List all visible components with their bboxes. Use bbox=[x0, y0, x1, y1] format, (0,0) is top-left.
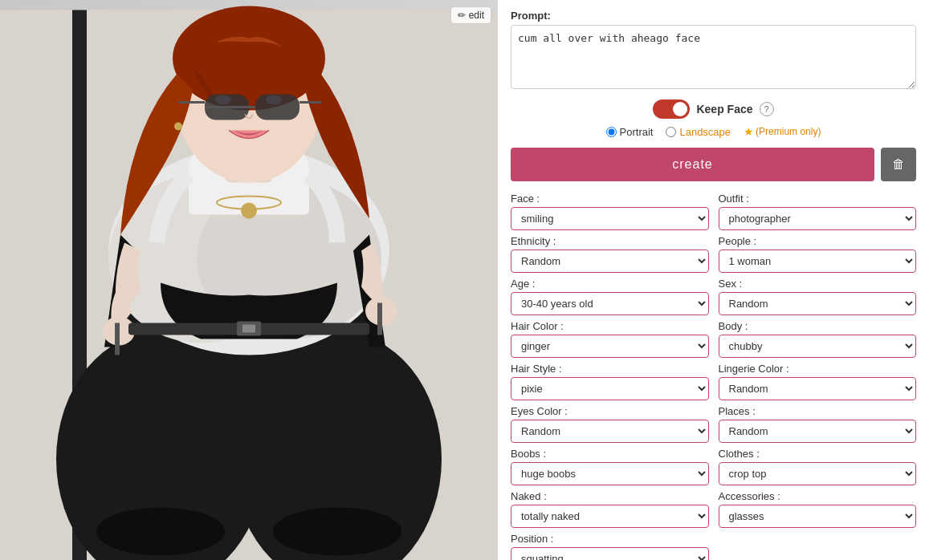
field-group-body: Body :Randomslimathleticcurvychubbypetit… bbox=[719, 320, 917, 358]
select-boobs[interactable]: Randomflatsmallmediumlargehuge boobs bbox=[511, 462, 709, 485]
form-grid: Face :smilingneutralseriousangrysadsurpr… bbox=[511, 193, 916, 560]
toggle-track bbox=[653, 99, 690, 119]
label-face: Face : bbox=[511, 193, 709, 205]
label-places: Places : bbox=[719, 405, 917, 417]
select-naked[interactable]: nopartiallytotally naked bbox=[511, 505, 709, 528]
orientation-row: Portrait Landscape ★ (Premium only) bbox=[511, 125, 916, 138]
label-body: Body : bbox=[719, 320, 917, 332]
create-row: create 🗑 bbox=[511, 148, 916, 181]
svg-rect-25 bbox=[115, 323, 120, 355]
field-group-naked: Naked :nopartiallytotally naked bbox=[511, 490, 709, 528]
svg-point-21 bbox=[215, 95, 231, 105]
field-group-ethnicity: Ethnicity :RandomAsianCaucasianLatinaAfr… bbox=[511, 235, 709, 273]
select-position[interactable]: Randomstandingsittinglyingsquattingkneel… bbox=[511, 547, 709, 560]
svg-point-12 bbox=[241, 203, 257, 219]
svg-point-31 bbox=[96, 508, 225, 556]
svg-point-23 bbox=[174, 123, 182, 131]
label-age: Age : bbox=[511, 278, 709, 290]
prompt-label: Prompt: bbox=[511, 10, 916, 22]
svg-rect-30 bbox=[242, 325, 255, 333]
star-icon: ★ bbox=[744, 125, 754, 138]
select-eyes_color[interactable]: Randombluegreenbrowngrayhazel bbox=[511, 420, 709, 443]
select-people[interactable]: 1 woman2 women1 mancouple bbox=[719, 250, 917, 273]
label-outfit: Outfit : bbox=[719, 193, 917, 205]
select-age[interactable]: 18-25 years old25-30 years old30-40 year… bbox=[511, 292, 709, 315]
keep-face-toggle[interactable] bbox=[653, 99, 690, 119]
label-eyes_color: Eyes Color : bbox=[511, 405, 709, 417]
select-body[interactable]: Randomslimathleticcurvychubbypetite bbox=[719, 335, 917, 358]
field-group-hair_style: Hair Style :Randomlongshortponytailpixie… bbox=[511, 363, 709, 400]
portrait-label: Portrait bbox=[620, 126, 654, 138]
label-people: People : bbox=[719, 235, 917, 247]
landscape-radio-label[interactable]: Landscape bbox=[666, 126, 731, 138]
field-group-eyes_color: Eyes Color :Randombluegreenbrowngrayhaze… bbox=[511, 405, 709, 443]
keep-face-label: Keep Face bbox=[696, 103, 752, 116]
label-accessories: Accessories : bbox=[719, 490, 917, 502]
field-group-position: Position :Randomstandingsittinglyingsqua… bbox=[511, 533, 709, 560]
label-lingerie_color: Lingerie Color : bbox=[719, 363, 917, 375]
label-hair_style: Hair Style : bbox=[511, 363, 709, 375]
landscape-label: Landscape bbox=[679, 126, 731, 138]
svg-point-32 bbox=[273, 508, 401, 556]
delete-button[interactable]: 🗑 bbox=[881, 148, 916, 181]
field-group-sex: Sex :RandomFemaleMale bbox=[719, 278, 917, 315]
select-accessories[interactable]: noneglassessunglasseshatjewelrywatch bbox=[719, 505, 917, 528]
select-face[interactable]: smilingneutralseriousangrysadsurprised bbox=[511, 207, 709, 230]
select-outfit[interactable]: photographercasualformalbikininursemaid bbox=[719, 207, 917, 230]
select-clothes[interactable]: Randomnakedlingeriecasualcrop topdressje… bbox=[719, 462, 917, 485]
field-group-places: Places :Randombedroomofficebeachkitchenb… bbox=[719, 405, 917, 443]
field-group-people: People :1 woman2 women1 mancouple bbox=[719, 235, 917, 273]
prompt-input[interactable] bbox=[511, 25, 916, 89]
right-panel: Prompt: Keep Face ? Portrait Landscape ★… bbox=[498, 0, 929, 560]
select-ethnicity[interactable]: RandomAsianCaucasianLatinaAfrican bbox=[511, 250, 709, 273]
field-group-boobs: Boobs :Randomflatsmallmediumlargehuge bo… bbox=[511, 448, 709, 485]
field-group-face: Face :smilingneutralseriousangrysadsurpr… bbox=[511, 193, 709, 230]
label-clothes: Clothes : bbox=[719, 448, 917, 460]
create-button[interactable]: create bbox=[511, 148, 874, 181]
field-group-lingerie_color: Lingerie Color :Randomblackwhiteredpinkb… bbox=[719, 363, 917, 400]
toggle-thumb bbox=[673, 102, 687, 116]
field-group-accessories: Accessories :noneglassessunglasseshatjew… bbox=[719, 490, 917, 528]
field-group-hair_color: Hair Color :Randomblackblondebrownginger… bbox=[511, 320, 709, 358]
help-icon[interactable]: ? bbox=[760, 102, 774, 116]
select-hair_color[interactable]: Randomblackblondebrowngingerwhitepinkblu… bbox=[511, 335, 709, 358]
select-lingerie_color[interactable]: Randomblackwhiteredpinkblue bbox=[719, 377, 917, 400]
landscape-radio[interactable] bbox=[666, 127, 676, 137]
label-boobs: Boobs : bbox=[511, 448, 709, 460]
field-group-outfit: Outfit :photographercasualformalbikininu… bbox=[719, 193, 917, 230]
label-sex: Sex : bbox=[719, 278, 917, 290]
label-naked: Naked : bbox=[511, 490, 709, 502]
svg-rect-27 bbox=[377, 303, 382, 335]
premium-label: (Premium only) bbox=[756, 126, 821, 137]
label-ethnicity: Ethnicity : bbox=[511, 235, 709, 247]
edit-button[interactable]: ✏ edit bbox=[450, 6, 491, 24]
image-panel: ✏ edit bbox=[0, 0, 498, 560]
character-image bbox=[0, 0, 498, 560]
portrait-radio-label[interactable]: Portrait bbox=[606, 126, 654, 138]
svg-point-22 bbox=[266, 95, 282, 105]
premium-badge[interactable]: ★ (Premium only) bbox=[744, 125, 821, 138]
label-hair_color: Hair Color : bbox=[511, 320, 709, 332]
select-places[interactable]: Randombedroomofficebeachkitchenbathroom bbox=[719, 420, 917, 443]
select-hair_style[interactable]: Randomlongshortponytailpixiebunwavy bbox=[511, 377, 709, 400]
select-sex[interactable]: RandomFemaleMale bbox=[719, 292, 917, 315]
label-position: Position : bbox=[511, 533, 709, 545]
field-group-clothes: Clothes :Randomnakedlingeriecasualcrop t… bbox=[719, 448, 917, 485]
keep-face-row: Keep Face ? bbox=[511, 99, 916, 119]
field-group-age: Age :18-25 years old25-30 years old30-40… bbox=[511, 278, 709, 315]
portrait-radio[interactable] bbox=[606, 127, 617, 137]
svg-point-15 bbox=[173, 6, 325, 111]
